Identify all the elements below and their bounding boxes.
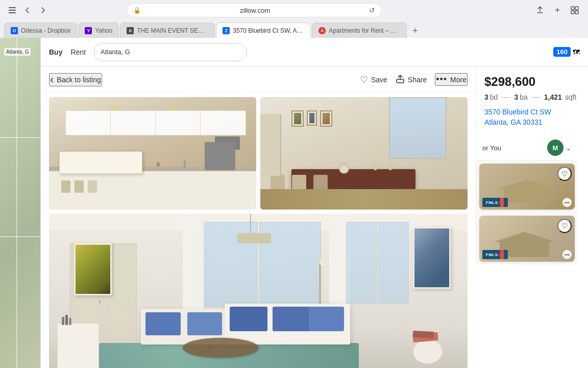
page-wrapper: Atlanta, G Buy Rent 160 🗺 ‹ [0,38,588,368]
mls-logo-1: FMLS IDX [482,198,508,207]
map-sidebar: Atlanta, G [0,38,41,368]
back-arrow-icon: ‹ [50,74,54,85]
photos-grid [41,93,476,368]
reload-icon: ↺ [369,6,375,14]
browser-action-buttons: + [533,3,582,17]
sqft-label: sqft [565,93,577,101]
listing-1-mls-bar: FMLS IDX ••• [479,195,575,210]
svg-rect-4 [575,7,578,10]
more-dots-icon: ••• [436,74,447,85]
listing-2-save-button[interactable]: ♡ [557,219,572,233]
beds-detail: 3 bd [484,93,498,101]
right-column: $298,600 3 bd 3 ba 1,421 [476,66,588,368]
share-icon [396,74,405,85]
chevron-down-icon[interactable]: ⌄ [566,144,572,152]
browser-chrome: 🔒 zillow.com ↺ + O Odessa - Dropbox Y Ya… [0,0,588,38]
more-button[interactable]: ••• More [435,73,468,86]
svg-rect-2 [9,12,16,13]
tab-yahoo[interactable]: Y Yahoo [78,22,119,38]
svg-rect-6 [575,11,578,14]
listing-card-2[interactable]: ♡ FMLS IDX ••• [479,216,575,262]
content-area: ‹ Back to listing ♡ Save Share [41,66,588,368]
for-you-text: or You [482,144,501,152]
tab-main-event[interactable]: A THE MAIN EVENT SEQUIN CORSET MAX... [120,22,215,38]
browser-window-controls [6,4,49,16]
address-bar[interactable]: 🔒 zillow.com ↺ [127,3,382,17]
save-label: Save [371,76,387,84]
svg-rect-0 [9,7,16,8]
property-info-panel: $298,600 3 bd 3 ba 1,421 [476,66,588,135]
back-to-listing-bar: ‹ Back to listing ♡ Save Share [41,66,476,93]
tab-odessa[interactable]: O Odessa - Dropbox [4,22,77,38]
for-you-section: or You M ⌄ [476,135,578,160]
avatar-initials: M [553,144,558,152]
forward-navigation-button[interactable] [37,4,49,16]
svg-rect-1 [9,10,16,11]
property-address-link[interactable]: 3570 Bluebird Ct SW Atlanta, GA 30331 [484,107,580,127]
photo-action-buttons: ♡ Save Share ••• More [360,73,468,86]
listing-card-1[interactable]: ♡ FMLS IDX ••• [479,164,575,210]
for-you-controls: M ⌄ [547,140,572,156]
nav-right-controls: 160 🗺 [553,47,580,57]
back-to-listing-label: Back to listing [57,76,101,84]
for-you-label: or You [482,144,501,152]
heart-icon: ♡ [360,74,368,85]
baths-count: 3 [514,93,518,101]
baths-detail: 3 ba [514,93,527,101]
map-view-icon: 🗺 [573,48,580,56]
listing-count-badge: 160 🗺 [553,47,580,57]
detail-separator-1 [502,97,510,98]
share-button[interactable]: Share [396,74,427,85]
share-label: Share [408,76,427,84]
tab-main-event-label: THE MAIN EVENT SEQUIN CORSET MAX... [137,27,208,34]
tab-overview-button[interactable] [568,3,582,17]
browser-titlebar: 🔒 zillow.com ↺ + [0,0,588,20]
rent-nav-link[interactable]: Rent [70,48,86,56]
save-button[interactable]: ♡ Save [360,74,387,85]
lock-icon: 🔒 [133,7,141,14]
address-line-2: Atlanta, GA 30331 [484,118,580,128]
back-navigation-button[interactable] [21,4,34,16]
sqft-count: 1,421 [544,93,562,101]
beds-count: 3 [484,93,488,101]
address-line-1: 3570 Bluebird Ct SW [484,107,580,118]
kitchen-photo[interactable] [49,97,256,210]
tab-zillow-listing-label: 3570 Bluebird Ct SW, Atlanta, GA 30331 |… [233,27,304,34]
tab-odessa-label: Odessa - Dropbox [21,27,70,34]
listing-2-more-dots[interactable]: ••• [562,250,572,259]
add-tab-button[interactable]: + [408,24,422,38]
photos-top-row [49,97,468,210]
listing-1-more-dots[interactable]: ••• [562,198,572,207]
top-navigation: Buy Rent 160 🗺 [41,38,588,66]
share-page-button[interactable] [533,3,547,17]
svg-rect-5 [571,11,574,14]
svg-rect-3 [571,7,574,10]
beds-label: bd [490,93,498,101]
location-search-input[interactable] [94,43,247,61]
photo-panel: ‹ Back to listing ♡ Save Share [41,66,476,368]
buy-nav-link[interactable]: Buy [49,48,62,56]
dining-photo[interactable] [260,97,468,210]
main-content-area: Buy Rent 160 🗺 ‹ Back to listing [41,38,588,368]
sidebar-toggle-button[interactable] [6,4,18,16]
count-label: 160 [553,47,571,57]
tab-zillow-listing[interactable]: Z 3570 Bluebird Ct SW, Atlanta, GA 30331… [216,22,311,38]
back-to-listing-button[interactable]: ‹ Back to listing [49,73,102,86]
sqft-detail: 1,421 sqft [544,93,577,101]
user-avatar[interactable]: M [547,140,564,156]
tab-yahoo-label: Yahoo [95,27,112,34]
property-price: $298,600 [484,75,580,89]
address-text: zillow.com [144,7,366,14]
listing-1-save-button[interactable]: ♡ [557,167,572,181]
living-room-photo[interactable] [49,214,468,368]
baths-label: ba [520,93,528,101]
detail-separator-2 [532,97,540,98]
listing-2-mls-bar: FMLS IDX ••• [479,247,575,262]
property-details: 3 bd 3 ba 1,421 sqft [484,93,580,101]
tabs-bar: O Odessa - Dropbox Y Yahoo A THE MAIN EV… [0,20,588,38]
mls-logo-2: FMLS IDX [482,250,508,259]
tab-apartments-label: Apartments for Rent – Nationwide Apart..… [329,27,400,34]
new-tab-button[interactable]: + [550,3,565,17]
tab-apartments[interactable]: A Apartments for Rent – Nationwide Apart… [312,22,407,38]
right-listings-panel: or You M ⌄ [476,135,578,265]
